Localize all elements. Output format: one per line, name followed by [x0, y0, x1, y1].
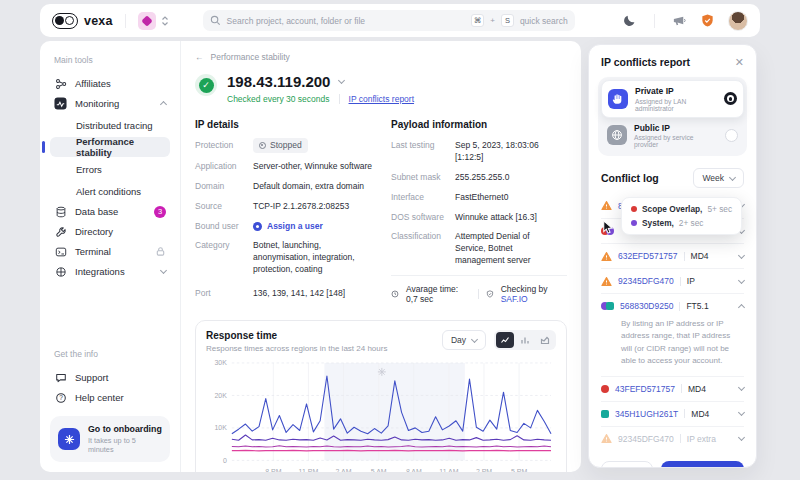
sidebar-label: Distributed tracing — [76, 120, 153, 131]
svg-text:11 PM: 11 PM — [299, 468, 319, 472]
sidebar-item-errors[interactable]: Errors — [50, 159, 170, 179]
breadcrumb[interactable]: ← Performance stability — [195, 52, 567, 62]
divider — [680, 277, 681, 286]
chevron-down-icon[interactable] — [738, 276, 745, 283]
conflict-log-title: Conflict log — [601, 172, 659, 184]
field-label: Application — [195, 161, 253, 173]
divider — [339, 94, 340, 104]
chevron-up-icon[interactable] — [738, 303, 745, 310]
download-button[interactable]: Download — [661, 461, 744, 468]
shield-icon[interactable] — [700, 13, 715, 28]
conflict-row[interactable]: 632EFD571757 MD4 — [601, 243, 744, 268]
search-input[interactable]: Search project, account, folder or file … — [203, 10, 575, 31]
moon-icon[interactable] — [622, 13, 637, 28]
sidebar-item-distributed-tracing[interactable]: Distributed tracing — [50, 115, 170, 135]
sidebar-section-main-tools: Main tools — [50, 55, 170, 65]
field-value: Default domain, extra domain — [253, 181, 376, 193]
workspace-switcher[interactable] — [138, 12, 169, 30]
affiliates-icon — [54, 78, 67, 90]
sidebar-item-affiliates[interactable]: Affiliates — [50, 74, 170, 93]
response-time-chart[interactable]: 8 PM11 PM2 AM5 AM8 AM11 AM2 PM5 PM010K20… — [206, 355, 556, 472]
svg-text:20K: 20K — [215, 392, 228, 399]
user-dot-icon — [253, 222, 262, 231]
megaphone-icon[interactable] — [672, 13, 687, 28]
sidebar-item-support[interactable]: Support — [50, 368, 170, 387]
chevron-down-icon[interactable] — [738, 434, 745, 441]
svg-text:?: ? — [59, 394, 63, 401]
conflict-id-link[interactable]: 345H1UGH261T — [615, 409, 678, 419]
svg-text:5 PM: 5 PM — [511, 468, 527, 472]
tooltip-value: 2+ sec — [679, 218, 704, 228]
sidebar-item-terminal[interactable]: Terminal — [50, 242, 170, 261]
close-icon[interactable]: ✕ — [735, 57, 744, 68]
sidebar-item-directory[interactable]: Directory — [50, 222, 170, 241]
svg-text:0: 0 — [223, 457, 227, 464]
sidebar-item-performance-stability[interactable]: Performance stability — [50, 137, 170, 157]
conflict-type: FT5.1 — [686, 301, 708, 311]
back-arrow-icon[interactable]: ← — [195, 52, 204, 62]
chevron-down-icon[interactable] — [738, 251, 745, 258]
range-select[interactable]: Day — [442, 330, 486, 350]
field-label: Classification — [391, 231, 455, 267]
conflict-row[interactable]: 92345DFG470 IP — [601, 268, 744, 293]
app-panel: Main tools Affiliates Monitoring Distrib… — [40, 41, 581, 472]
ip-conflicts-link[interactable]: IP conflicts report — [349, 94, 415, 104]
chart-title: Response time — [206, 330, 387, 341]
divider — [478, 289, 479, 299]
sidebar-item-help-center[interactable]: ? Help center — [50, 388, 170, 407]
chevron-down-icon — [160, 267, 167, 274]
sidebar-item-database[interactable]: Data base 3 — [50, 202, 170, 221]
radio-unselected[interactable] — [725, 129, 738, 142]
chart-type-toggle — [494, 330, 556, 350]
field-value: Attempted Denial of Service, Botnet mana… — [455, 231, 567, 267]
onboarding-card[interactable]: Go to onboarding It takes up to 5 minute… — [50, 416, 170, 462]
field-value: TCP-IP 2.1.2678.2:08253 — [253, 201, 361, 213]
option-public-ip[interactable]: Public IP Assigned by service provider — [601, 118, 744, 154]
top-bar: vexa Search project, account, folder or … — [40, 4, 760, 37]
option-private-ip[interactable]: Private IP Assigned by LAN administrator — [601, 80, 744, 118]
conflict-id-link[interactable]: 43FEFD571757 — [615, 384, 675, 394]
conflict-id-link[interactable]: 92345DFG470 — [618, 276, 674, 286]
svg-text:2 AM: 2 AM — [336, 468, 352, 472]
chevron-down-icon[interactable] — [738, 409, 745, 416]
field-value: Winnuke attack [16.3] — [455, 212, 549, 224]
conflict-id-link[interactable]: 568830D9250 — [620, 301, 673, 311]
sidebar-item-alert-conditions[interactable]: Alert conditions — [50, 181, 170, 201]
page-title: 198.43.119.200 — [227, 73, 414, 90]
app-logo[interactable]: vexa — [52, 13, 113, 29]
area-chart-toggle[interactable] — [536, 332, 554, 348]
field-value: FastEthernet0 — [455, 192, 520, 204]
scope-overlap-dot-icon — [631, 206, 637, 212]
svg-text:11 AM: 11 AM — [439, 468, 458, 472]
csv-button[interactable]: CSV — [601, 461, 653, 468]
conflict-id-link[interactable]: 92345DFG470 — [618, 434, 674, 444]
system-dot-icon — [631, 220, 637, 226]
chevron-down-icon[interactable] — [738, 384, 745, 391]
response-time-card: Response time Response times across regi… — [195, 320, 567, 472]
database-icon — [54, 206, 67, 218]
conflict-row[interactable]: 345H1UGH261T MD4 — [601, 401, 744, 426]
field-value: 255.255.255.0 — [455, 172, 521, 184]
checking-by: Checking by SAF.IO — [501, 284, 561, 304]
line-chart-toggle[interactable] — [496, 332, 514, 348]
avatar[interactable] — [728, 11, 748, 31]
safio-link[interactable]: SAF.IO — [501, 294, 528, 304]
svg-text:10K: 10K — [215, 424, 228, 431]
conflict-row-expanded[interactable]: 568830D9250 FT5.1 — [601, 293, 744, 318]
status-check-icon: ✓ — [195, 74, 217, 96]
assign-user-link[interactable]: Assign a user — [253, 221, 323, 233]
field-value: 136, 139, 141, 142 [148] — [253, 288, 357, 300]
svg-text:8 PM: 8 PM — [265, 468, 281, 472]
period-select[interactable]: Week — [693, 168, 744, 188]
bar-chart-toggle[interactable] — [516, 332, 534, 348]
conflict-row-muted[interactable]: 92345DFG470 IP extra — [601, 426, 744, 451]
sidebar-item-integrations[interactable]: Integrations — [50, 262, 170, 281]
conflict-id-link[interactable]: 632EFD571757 — [618, 251, 678, 261]
sidebar-item-monitoring[interactable]: Monitoring — [50, 94, 170, 113]
field-label: Bound user — [195, 221, 253, 233]
chevron-down-icon[interactable] — [338, 77, 345, 84]
radio-selected[interactable] — [724, 92, 737, 105]
mouse-cursor-icon — [600, 219, 615, 236]
conflict-type: MD4 — [691, 251, 709, 261]
conflict-row[interactable]: 43FEFD571757 MD4 — [601, 376, 744, 401]
